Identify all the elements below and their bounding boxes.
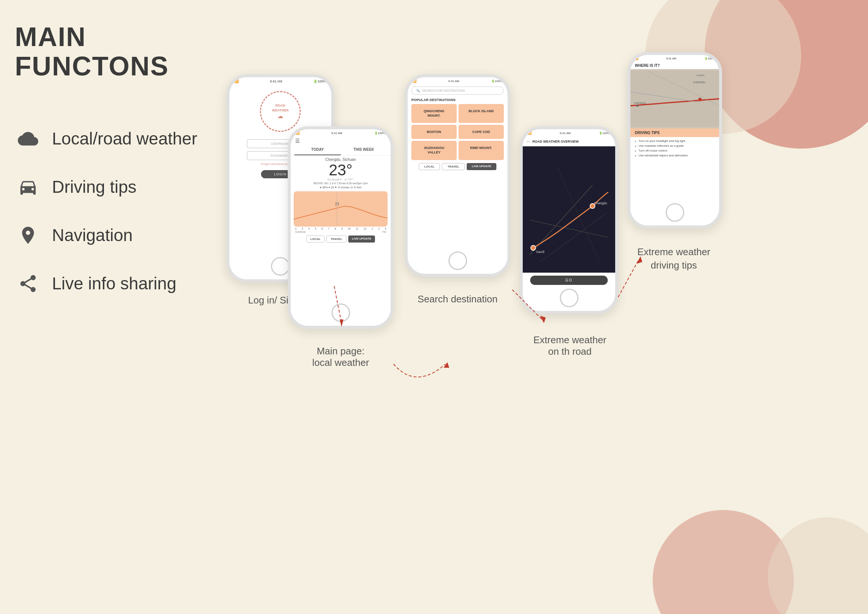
cloud-deco: ☁ xyxy=(277,113,283,120)
page-title: MAIN FUNCTONS xyxy=(15,22,200,81)
sidebar-label-weather: Local/road weather xyxy=(52,129,197,149)
svg-text:Garzê: Garzê xyxy=(536,250,545,254)
time-display4: 9:41 AM xyxy=(560,132,570,135)
home-button3[interactable] xyxy=(448,252,467,270)
tab-today[interactable]: TODAY xyxy=(294,145,341,155)
svg-point-16 xyxy=(698,98,702,101)
tips-map-svg: CHENGDU CHENGDU HARBIN xyxy=(630,69,719,129)
car-icon xyxy=(15,174,41,200)
popular-section-title: POPULAR DESTINATIONS xyxy=(408,98,507,102)
label-weather: Main page: local weather xyxy=(288,345,394,368)
dest-boston[interactable]: BOSTON xyxy=(411,125,457,139)
tip-4: Use windshield wipers and defrosters xyxy=(639,154,688,157)
home-button5[interactable] xyxy=(666,203,684,222)
signal-icon2: 📶 xyxy=(296,132,300,135)
battery-icon5: 🔋100% xyxy=(704,57,715,60)
weather-bottom-tabs: LOCAL TRAVEL LIVE UPDATE xyxy=(291,235,391,242)
map-area: Garzê Chengdu xyxy=(523,146,615,273)
time-display5: 9:41 AM xyxy=(666,57,676,60)
tips-map-area: CHENGDU CHENGDU HARBIN xyxy=(630,69,719,129)
sidebar-item-weather: Local/road weather xyxy=(15,126,200,152)
chart-labels: SUNRISE PM xyxy=(291,231,391,233)
tips-list: ◆ Turn on your headlight and fog light ◆… xyxy=(630,137,719,161)
weather-temp: 23° xyxy=(291,162,391,178)
svg-point-6 xyxy=(531,246,536,250)
tip-3: Turn off cruise control xyxy=(639,149,667,152)
dest-emei[interactable]: EMEI MOUNT. xyxy=(459,141,504,160)
destinations-grid: QINGCHENGMOUNT. BLOCK ISLAND BOSTON CAPE… xyxy=(408,104,507,160)
svg-text:CHENGDU: CHENGDU xyxy=(634,102,646,104)
phone-tips: 📶 9:41 AM 🔋100% WHERE IS IT? CHENGDU CHE… xyxy=(628,52,722,229)
driving-tips-header: DRIVING TIPS xyxy=(630,129,719,137)
search-tab-travel[interactable]: TRAVEL xyxy=(442,163,465,170)
svg-point-17 xyxy=(636,105,639,107)
home-button[interactable] xyxy=(271,257,290,276)
signal-icon3: 📶 xyxy=(413,79,417,83)
svg-text:Chengdu: Chengdu xyxy=(594,201,608,205)
search-tab-local[interactable]: LOCAL xyxy=(419,163,440,170)
time-display3: 9:41 AM xyxy=(448,79,459,83)
sidebar-label-live: Live info sharing xyxy=(52,274,176,294)
signal-icon4: 📶 xyxy=(528,132,532,135)
search-bar[interactable]: 🔍 SEARCH FOR DESTINATION xyxy=(411,87,504,95)
home-button2[interactable] xyxy=(332,303,350,322)
label-map: Extreme weather on th road xyxy=(512,334,628,358)
login-logo-text: ROADWEATHER xyxy=(272,103,289,113)
svg-text:CHENGDU: CHENGDU xyxy=(693,81,705,84)
tip-1: Turn on your headlight and fog light xyxy=(639,139,685,143)
home-button4[interactable] xyxy=(560,289,578,307)
share-icon xyxy=(15,270,41,297)
dest-capecod[interactable]: CAPE COD xyxy=(459,125,504,139)
map-header-title: ROAD WEATHER OVERVIEW xyxy=(532,140,579,143)
tab-local-btn[interactable]: LOCAL xyxy=(306,235,325,242)
weather-condition: CLOUDY C°/F° xyxy=(291,178,391,181)
search-tab-live[interactable]: LIVE UPDATE xyxy=(467,163,496,170)
battery-icon2: 🔋100% xyxy=(374,132,385,135)
sidebar-item-navigation: Navigation xyxy=(15,222,200,248)
driving-tips-title: DRIVING TIPS xyxy=(635,131,715,135)
search-placeholder: SEARCH FOR DESTINATION xyxy=(422,89,465,92)
go-button[interactable]: GO xyxy=(530,276,608,285)
search-bottom-tabs: LOCAL TRAVEL LIVE UPDATE xyxy=(408,163,507,170)
dest-qingcheng[interactable]: QINGCHENGMOUNT. xyxy=(411,104,457,123)
label-tips: Extreme weather driving tips xyxy=(624,245,724,272)
battery-icon4: 🔋100% xyxy=(599,132,610,135)
phone-search: 📶 9:41 AM 🔋100% 🔍 SEARCH FOR DESTINATION… xyxy=(405,74,510,277)
sidebar-label-driving: Driving tips xyxy=(52,177,136,197)
svg-marker-23 xyxy=(540,316,546,323)
tab-thisweek[interactable]: THIS WEEK xyxy=(341,145,387,155)
weather-stats: ● 30% ♦ 23 ✦ N 2m/sec ⊙ 9.7km xyxy=(291,186,391,189)
time-display2: 9:41 AM xyxy=(332,132,342,135)
map-header: ← ROAD WEATHER OVERVIEW xyxy=(523,137,615,146)
weather-restri: RESTRI. NO. 2 & 6 7:30 am-9:30 am/5pm-7p… xyxy=(291,182,391,185)
tab-travel-btn[interactable]: TRAVEL xyxy=(326,235,346,242)
where-is-it-title: WHERE IS IT? xyxy=(630,62,719,69)
chart-dashed xyxy=(294,191,388,227)
tip-2: Use roadside reflectors as a guide xyxy=(639,144,684,148)
battery-icon3: 🔋100% xyxy=(491,79,502,83)
tab-live-btn[interactable]: LIVE UPDATE xyxy=(348,235,375,242)
weather-tabs: TODAY THIS WEEK xyxy=(291,145,391,155)
svg-text:HARBIN: HARBIN xyxy=(696,74,704,76)
svg-line-5 xyxy=(558,168,600,262)
pin-icon xyxy=(15,222,41,248)
cloud-icon xyxy=(15,126,41,152)
menu-icon[interactable]: ☰ xyxy=(291,137,391,145)
svg-line-3 xyxy=(530,220,608,237)
sidebar-label-navigation: Navigation xyxy=(52,225,133,245)
map-svg: Garzê Chengdu xyxy=(523,146,615,273)
sidebar: MAIN FUNCTONS Local/road weather Driving… xyxy=(0,0,215,614)
phone-weather: 📶 9:41 AM 🔋100% ☰ TODAY THIS WEEK Chengd… xyxy=(288,126,394,329)
chart-numbers: 23456789101112123 xyxy=(291,227,391,231)
sidebar-item-driving: Driving tips xyxy=(15,174,200,200)
battery-icon: 🔋100% xyxy=(313,79,326,83)
main-content: 📶 9:41 AM 🔋100% ROADWEATHER ☁ USERNAME P… xyxy=(215,0,868,614)
dest-jiuzhai[interactable]: JIUZHAIGOUVALLEY xyxy=(411,141,457,160)
phone-map: 📶 9:41 AM 🔋100% ← ROAD WEATHER OVERVIEW xyxy=(520,126,618,314)
weather-chart: 23 xyxy=(294,191,388,227)
dest-block[interactable]: BLOCK ISLAND xyxy=(459,104,504,123)
back-icon[interactable]: ← xyxy=(527,139,531,144)
search-icon: 🔍 xyxy=(416,89,420,92)
svg-rect-10 xyxy=(630,71,719,127)
label-search: Search destination xyxy=(405,294,510,305)
